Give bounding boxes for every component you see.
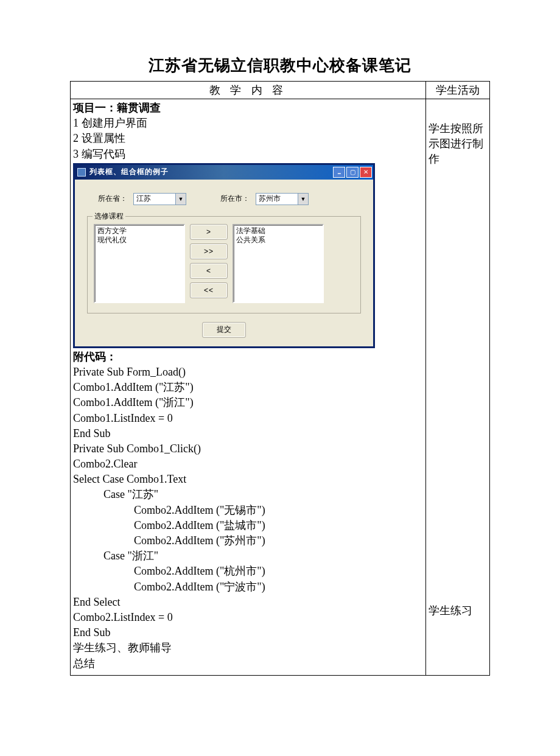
close-button[interactable] [360, 167, 372, 178]
titlebar[interactable]: 列表框、组合框的例子 [75, 165, 373, 180]
content-cell: 项目一：籍贯调查 1 创建用户界面 2 设置属性 3 编写代码 列表框、组合框的… [71, 99, 426, 676]
code-line: Combo2.AddItem ("宁波市") [73, 579, 423, 595]
app-icon [77, 168, 86, 177]
fieldset-legend: 选修课程 [93, 211, 125, 222]
step-2: 2 设置属性 [73, 131, 423, 146]
code-line: Combo1.AddItem ("浙江") [73, 395, 423, 410]
province-combo[interactable]: 江苏 [133, 193, 186, 205]
step-1: 1 创建用户界面 [73, 116, 423, 131]
code-line: Combo2.AddItem ("盐城市") [73, 518, 423, 533]
maximize-button[interactable] [346, 167, 359, 178]
vb-window: 列表框、组合框的例子 所在省： 江苏 [73, 163, 375, 348]
code-line: Combo2.Clear [73, 457, 423, 472]
city-value: 苏州市 [256, 194, 298, 204]
move-left-button[interactable]: < [190, 263, 228, 279]
page-title: 江苏省无锡立信职教中心校备课笔记 [70, 55, 490, 76]
activity-cell: 学生按照所示图进行制作 学生练习 [426, 99, 490, 676]
list-item[interactable]: 现代礼仪 [97, 236, 181, 245]
minimize-button[interactable] [333, 167, 345, 178]
code-line: Combo1.ListIndex = 0 [73, 411, 423, 426]
activity-text-1: 学生按照所示图进行制作 [429, 121, 487, 167]
code-line: Private Sub Form_Load() [73, 365, 423, 380]
chevron-down-icon[interactable] [298, 194, 308, 205]
lesson-table: 教 学 内 容 学生活动 项目一：籍贯调查 1 创建用户界面 2 设置属性 3 … [70, 81, 490, 676]
chevron-down-icon[interactable] [175, 194, 186, 205]
list-item[interactable]: 法学基础 [236, 226, 320, 236]
form-body: 所在省： 江苏 所在市： 苏州市 [75, 180, 373, 346]
window-title: 列表框、组合框的例子 [89, 167, 333, 177]
code-line: End Sub [73, 426, 423, 441]
courses-fieldset: 选修课程 西方文学 现代礼仪 > >> < << [87, 216, 361, 313]
code-line: Combo2.AddItem ("杭州市") [73, 564, 423, 579]
code-line: End Sub [73, 625, 423, 640]
left-listbox[interactable]: 西方文学 现代礼仪 [94, 224, 185, 303]
code-line: End Select [73, 595, 423, 610]
list-item[interactable]: 公共关系 [236, 236, 320, 245]
code-line: 总结 [73, 656, 423, 671]
code-line: Combo2.AddItem ("无锡市") [73, 503, 423, 518]
code-line: Case "浙江" [73, 548, 423, 564]
right-listbox[interactable]: 法学基础 公共关系 [233, 224, 324, 303]
code-line: Combo2.AddItem ("苏州市") [73, 533, 423, 548]
project-title: 项目一：籍贯调查 [73, 100, 423, 116]
move-all-left-button[interactable]: << [190, 282, 228, 298]
code-line: Case "江苏" [73, 487, 423, 502]
province-value: 江苏 [134, 194, 175, 204]
activity-text-2: 学生练习 [429, 603, 487, 618]
col-header-content: 教 学 内 容 [71, 82, 426, 99]
code-line: 学生练习、教师辅导 [73, 640, 423, 656]
list-item[interactable]: 西方文学 [97, 226, 181, 236]
col-header-activity: 学生活动 [426, 82, 490, 99]
submit-button[interactable]: 提交 [202, 322, 246, 338]
move-right-button[interactable]: > [190, 224, 228, 240]
step-3: 3 编写代码 [73, 147, 423, 162]
province-label: 所在省： [98, 194, 127, 204]
code-line: Combo1.AddItem ("江苏") [73, 380, 423, 395]
move-all-right-button[interactable]: >> [190, 243, 228, 259]
code-label: 附代码： [73, 349, 423, 365]
code-line: Private Sub Combo1_Click() [73, 441, 423, 457]
city-label: 所在市： [220, 194, 250, 204]
code-line: Combo2.ListIndex = 0 [73, 610, 423, 625]
city-combo[interactable]: 苏州市 [256, 193, 309, 205]
code-line: Select Case Combo1.Text [73, 472, 423, 487]
